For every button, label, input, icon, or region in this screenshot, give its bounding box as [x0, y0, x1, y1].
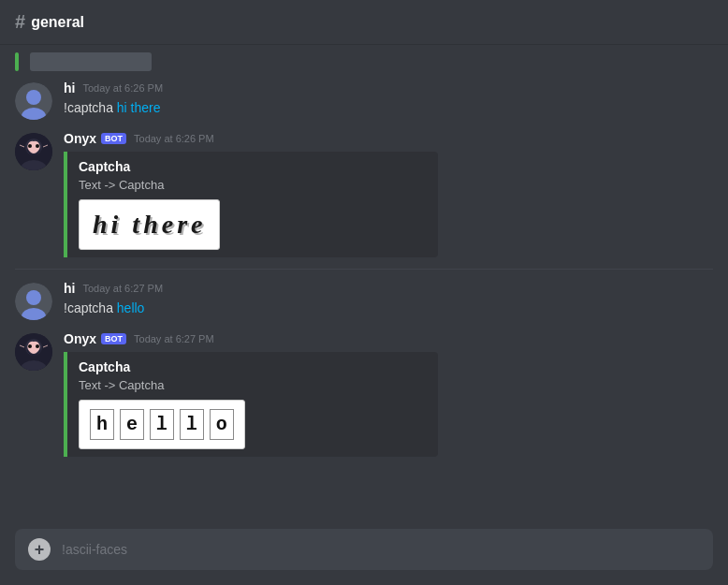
message-header-bot2: Onyx BOT Today at 6:27 PM: [64, 331, 713, 346]
add-button[interactable]: +: [28, 538, 51, 561]
message-text-hi2: !captcha hello: [64, 300, 713, 318]
message-text: !captcha hi there: [64, 99, 713, 118]
message-header-bot1: Onyx BOT Today at 6:26 PM: [64, 131, 713, 146]
captcha-text-1: hi there: [93, 210, 206, 239]
captcha-letter-e: e: [120, 409, 144, 440]
bot-badge-2: BOT: [101, 333, 126, 344]
message-content-bot2: Onyx BOT Today at 6:27 PM Captcha Text -…: [64, 331, 713, 457]
blurred-content: [30, 52, 152, 71]
avatar-onyx2: [15, 333, 52, 371]
svg-point-6: [28, 144, 32, 148]
message-content-hi2: hi Today at 6:27 PM !captcha hello: [64, 281, 713, 318]
message-group-bot1: Onyx BOT Today at 6:26 PM Captcha Text -…: [0, 127, 728, 261]
embed-captcha1: Captcha Text -> Captcha hi there: [64, 152, 438, 257]
command-text: !captcha: [64, 100, 117, 115]
timestamp: Today at 6:26 PM: [82, 82, 163, 94]
svg-point-7: [36, 144, 39, 148]
message-header-hi2: hi Today at 6:27 PM: [64, 281, 713, 296]
avatar-hi2: [15, 283, 52, 320]
embed-title-2: Captcha: [79, 359, 427, 374]
message-input[interactable]: [62, 542, 700, 557]
captcha-letter-o: o: [210, 409, 234, 440]
avatar: [15, 82, 52, 120]
command-text-2: !captcha: [64, 300, 117, 315]
channel-hash: #: [15, 11, 25, 33]
channel-header: # general: [0, 0, 728, 45]
username-hi2: hi: [64, 281, 75, 296]
embed-captcha2: Captcha Text -> Captcha h e l l o: [64, 352, 438, 457]
username-onyx2: Onyx: [64, 331, 96, 346]
message-group-bot2: Onyx BOT Today at 6:27 PM Captcha Text -…: [0, 328, 728, 461]
embed-title: Captcha: [79, 159, 427, 174]
svg-point-9: [26, 290, 41, 305]
channel-name: general: [31, 14, 84, 31]
timestamp-hi2: Today at 6:27 PM: [82, 283, 163, 294]
captcha-letter-l2: l: [180, 409, 204, 440]
svg-point-14: [28, 344, 32, 348]
blurred-message-group: [0, 52, 728, 71]
message-content-bot1: Onyx BOT Today at 6:26 PM Captcha Text -…: [64, 131, 713, 257]
timestamp-bot2: Today at 6:27 PM: [134, 333, 214, 344]
svg-point-15: [36, 344, 39, 348]
timestamp-bot1: Today at 6:26 PM: [134, 133, 214, 144]
highlight-text-2: hello: [117, 300, 145, 315]
avatar-onyx: [15, 133, 52, 170]
embed-description-2: Text -> Captcha: [79, 378, 427, 392]
captcha-letter-h: h: [90, 409, 114, 440]
green-bar-decoration: [15, 52, 19, 71]
embed-description: Text -> Captcha: [79, 178, 427, 192]
input-area: +: [15, 529, 713, 570]
highlight-text: hi there: [117, 100, 161, 115]
message-group: hi Today at 6:26 PM !captcha hi there: [0, 77, 728, 124]
svg-point-1: [26, 90, 41, 105]
captcha-letter-l1: l: [150, 409, 174, 440]
username: hi: [64, 80, 75, 95]
captcha-image-2: h e l l o: [79, 400, 245, 449]
message-group-hi2: hi Today at 6:27 PM !captcha hello: [0, 277, 728, 324]
message-content: hi Today at 6:26 PM !captcha hi there: [64, 80, 713, 118]
captcha-image-1: hi there: [79, 199, 220, 250]
divider: [15, 269, 713, 270]
messages-area: hi Today at 6:26 PM !captcha hi there: [0, 45, 728, 529]
message-header: hi Today at 6:26 PM: [64, 80, 713, 95]
username-onyx: Onyx: [64, 131, 96, 146]
bot-badge: BOT: [101, 133, 126, 144]
